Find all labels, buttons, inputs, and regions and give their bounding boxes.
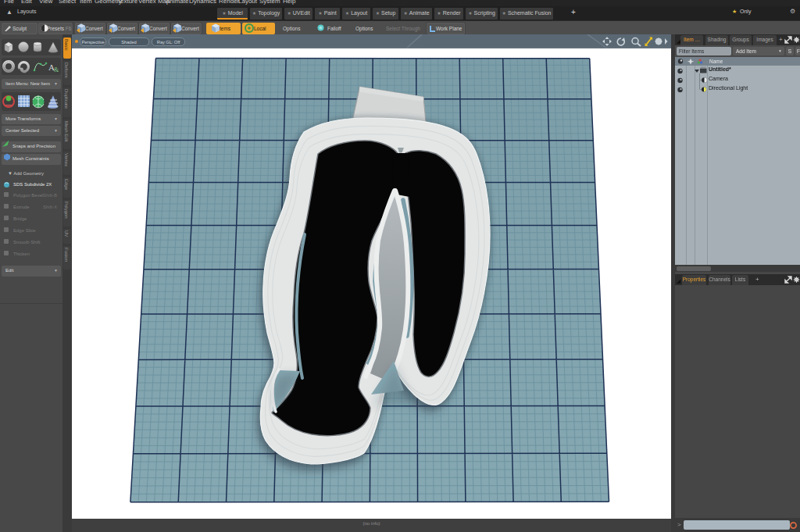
svg-text:&: & [54, 66, 59, 73]
